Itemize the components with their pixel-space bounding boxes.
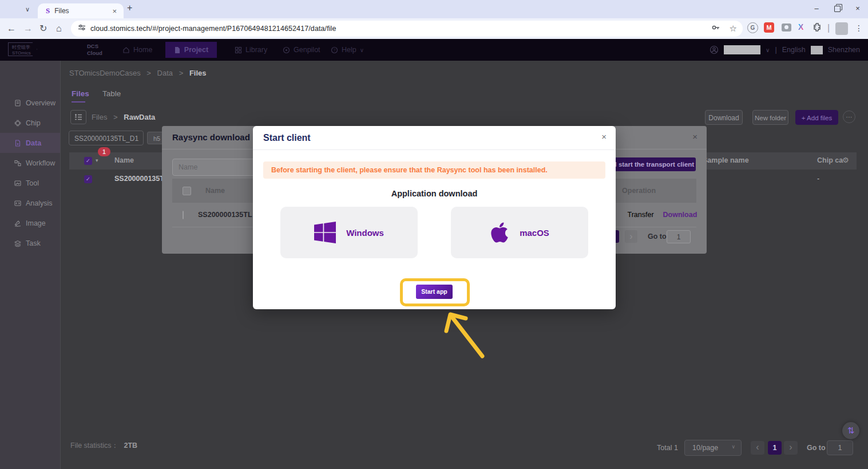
transfer-list-fab[interactable]: ⇅ (842, 422, 859, 439)
region-flag-redacted (811, 46, 823, 54)
column-header-sample: Sample name (703, 156, 749, 164)
raysync-column-operation: Operation (622, 187, 656, 195)
current-page-button[interactable]: 1 (768, 441, 782, 455)
row-chip-value: - (817, 175, 819, 183)
highlight-rectangle (400, 278, 470, 306)
per-page-chevron-icon: ∨ (731, 444, 735, 450)
browser-profile-avatar[interactable] (835, 22, 848, 35)
raysync-download-link[interactable]: Download (663, 211, 697, 219)
new-folder-button[interactable]: New folder (752, 110, 788, 125)
select-all-checkbox[interactable]: ✓ (84, 157, 92, 165)
reload-icon[interactable]: ↻ (39, 23, 47, 34)
sidebar-item-task[interactable]: Task (0, 233, 60, 253)
windows-download-card[interactable]: Windows (280, 207, 418, 258)
site-settings-icon[interactable] (78, 23, 86, 34)
app-navbar: 时空组学 STOmics DCS Cloud Home Project Libr… (0, 39, 868, 61)
library-nav-icon (235, 46, 242, 54)
annotation-arrow (434, 308, 491, 365)
breadcrumb: STOmicsDemoCases > Data > Files (69, 69, 207, 77)
username-redacted[interactable] (724, 45, 760, 54)
user-chevron-icon[interactable]: ∨ (766, 47, 770, 53)
password-key-icon[interactable] (711, 23, 720, 34)
dcs-cloud-logo: DCS Cloud (87, 43, 102, 57)
window-restore-button[interactable] (834, 6, 841, 12)
add-files-button[interactable]: + Add files (795, 110, 838, 125)
tab-search-button[interactable]: ∨ (21, 4, 34, 15)
row-file-name[interactable]: SS200000135T (114, 175, 164, 183)
macos-download-card[interactable]: macOS (451, 207, 588, 258)
nav-right: ∨ | English Shenzhen (710, 39, 860, 61)
raysync-row-checkbox[interactable] (183, 211, 184, 219)
tab-files[interactable]: Files (72, 89, 89, 98)
tree-toggle-button[interactable] (70, 110, 86, 124)
workflow-icon (14, 160, 21, 167)
start-client-close-icon[interactable]: × (601, 132, 607, 141)
raysync-goto-input[interactable]: 1 (667, 230, 691, 243)
home-icon[interactable]: ⌂ (56, 23, 62, 34)
stats-label: File statistics： (70, 442, 118, 450)
chip-icon (14, 120, 21, 127)
sidebar-item-data[interactable]: Data (0, 133, 60, 153)
raysync-select-all-checkbox[interactable] (183, 187, 191, 195)
path-root[interactable]: Files (92, 113, 107, 121)
raysync-modal-title: Raysync download (172, 132, 250, 142)
file-path-breadcrumb: Files > RawData (92, 113, 155, 121)
download-button[interactable]: Download (705, 110, 743, 125)
task-icon (14, 240, 21, 247)
sidebar-item-workflow[interactable]: Workflow (0, 153, 60, 173)
browser-tab[interactable]: S Files × (38, 3, 124, 18)
url-text[interactable]: cloud.stomics.tech/#/project-management/… (90, 25, 336, 33)
breadcrumb-data[interactable]: Data (157, 69, 173, 77)
next-page-button[interactable]: › (784, 441, 798, 455)
nav-item-help[interactable]: ? Help ∨ (331, 39, 364, 61)
window-minimize-button[interactable]: – (811, 4, 822, 13)
nav-item-library[interactable]: Library (235, 39, 267, 61)
forward-icon[interactable]: → (23, 23, 33, 34)
sidebar-item-chip[interactable]: Chip (0, 113, 60, 133)
chip-filter[interactable]: SS200000135TL_D1 (69, 131, 144, 145)
back-icon[interactable]: ← (7, 23, 16, 34)
nav-item-project[interactable]: Project (165, 42, 217, 58)
analysis-icon (14, 200, 21, 207)
region-label[interactable]: Shenzhen (828, 46, 860, 54)
prev-page-button[interactable]: ‹ (751, 441, 764, 455)
sidebar-item-overview[interactable]: Overview (0, 93, 60, 113)
row-checkbox[interactable]: ✓ (84, 175, 92, 183)
raysync-close-icon[interactable]: × (692, 132, 697, 141)
path-current: RawData (124, 113, 155, 121)
app-area: 时空组学 STOmics DCS Cloud Home Project Libr… (0, 39, 868, 469)
bookmark-star-icon[interactable]: ☆ (730, 23, 737, 34)
sidebar-item-analysis[interactable]: Analysis (0, 193, 60, 213)
sidebar-item-image[interactable]: Image (0, 213, 60, 233)
extension-g-icon[interactable]: G (747, 22, 758, 33)
column-settings-gear-icon[interactable]: ⚙ (842, 156, 849, 164)
more-actions-button[interactable]: ⋯ (843, 111, 855, 123)
selected-count-badge: 1 (98, 147, 110, 156)
help-chevron-icon: ∨ (360, 47, 364, 53)
raysync-next-page-button[interactable]: › (625, 230, 637, 243)
tab-table[interactable]: Table (102, 89, 121, 98)
new-tab-button[interactable]: + (127, 3, 132, 13)
language-switch[interactable]: English (782, 46, 806, 54)
extension-camera-icon[interactable] (782, 23, 791, 31)
toolbar-separator: | (827, 23, 830, 33)
raysync-warning-banner: Before starting the client, please ensur… (263, 161, 605, 179)
nav-item-home[interactable]: Home (122, 39, 152, 61)
extensions-puzzle-icon[interactable] (812, 23, 822, 34)
extension-x-icon[interactable]: X (798, 22, 803, 31)
select-dropdown-icon[interactable]: ▾ (96, 157, 98, 163)
sort-icon: ⇅ (847, 425, 855, 435)
sidebar-item-tool[interactable]: Tool (0, 173, 60, 193)
breadcrumb-project[interactable]: STOmicsDemoCases (69, 69, 141, 77)
browser-menu-icon[interactable]: ⋮ (855, 23, 863, 33)
goto-label: Go to (807, 444, 826, 452)
extension-m-icon[interactable]: M (764, 22, 774, 33)
nav-item-genpilot[interactable]: Genpilot (283, 39, 320, 61)
goto-page-input[interactable]: 1 (827, 440, 853, 455)
per-page-select[interactable]: 10/page ∨ (684, 440, 742, 456)
tab-close-icon[interactable]: × (110, 7, 119, 15)
genpilot-nav-icon (283, 46, 290, 54)
window-close-button[interactable]: × (853, 4, 863, 13)
url-bar[interactable]: cloud.stomics.tech/#/project-management/… (71, 21, 743, 37)
project-nav-icon (174, 46, 181, 54)
